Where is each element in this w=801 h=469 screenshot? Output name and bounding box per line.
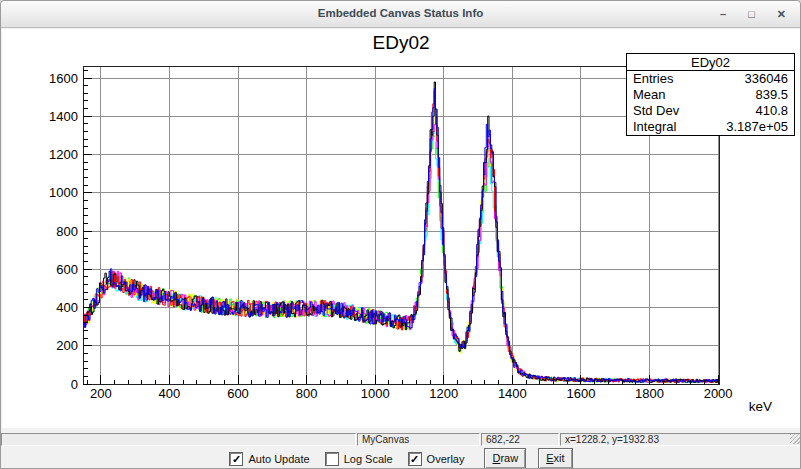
status-segment-canvas-name: MyCanvas <box>357 433 480 446</box>
log-scale-checkbox[interactable]: Log Scale <box>326 453 393 465</box>
x-tick-label: 1400 <box>498 386 527 401</box>
stats-row: Std Dev 410.8 <box>627 103 794 119</box>
stats-row: Entries 336046 <box>627 71 794 87</box>
y-tick-label: 1200 <box>49 147 78 162</box>
x-tick-label: 1200 <box>429 386 458 401</box>
stats-box-title: EDy02 <box>627 54 794 71</box>
y-tick-label: 800 <box>56 224 78 239</box>
overlay-checkbox[interactable]: ✓ Overlay <box>409 453 465 465</box>
maximize-icon[interactable]: □ <box>748 6 755 22</box>
y-tick-label: 1400 <box>49 109 78 124</box>
draw-button[interactable]: Draw <box>484 448 526 469</box>
auto-update-checkbox[interactable]: ✓ Auto Update <box>230 453 309 465</box>
checkbox-icon[interactable] <box>326 453 338 465</box>
stats-row: Integral 3.187e+05 <box>627 119 794 135</box>
canvas-title: EDy02 <box>372 32 429 53</box>
window-title: Embedded Canvas Status Info <box>1 7 800 19</box>
spectrum-magenta[interactable] <box>83 117 720 383</box>
spectrum-red[interactable] <box>83 91 720 383</box>
spectrum-cyan[interactable] <box>83 131 720 383</box>
x-tick-label: 200 <box>90 386 112 401</box>
plot-frame <box>83 66 720 384</box>
x-tick-label: 400 <box>159 386 181 401</box>
status-bar: MyCanvas 682,-22 x=1228.2, y=1932.83 <box>1 433 801 447</box>
root-window: Embedded Canvas Status Info – □ ✕ 200400… <box>0 0 801 469</box>
stats-box[interactable]: EDy02 Entries 336046 Mean 839.5 Std Dev … <box>626 53 795 136</box>
spectrum-blue[interactable] <box>83 89 720 383</box>
stats-label: Std Dev <box>633 103 679 119</box>
x-tick-label: 2000 <box>704 386 733 401</box>
stats-label: Entries <box>633 71 673 87</box>
exit-button[interactable]: Exit <box>538 448 572 469</box>
checkbox-icon[interactable]: ✓ <box>230 453 242 465</box>
embedded-canvas[interactable]: 2004006008001000120014001600180020000200… <box>2 29 801 428</box>
status-segment-empty <box>1 433 356 446</box>
stats-label: Integral <box>633 119 676 135</box>
stats-label: Mean <box>633 87 666 103</box>
x-tick-label: 800 <box>296 386 318 401</box>
y-tick-label: 0 <box>71 377 78 392</box>
status-segment-event-coords: 682,-22 <box>481 433 559 446</box>
x-tick-label: 1600 <box>566 386 595 401</box>
minimize-icon[interactable]: – <box>720 6 726 22</box>
x-tick-label: 1800 <box>635 386 664 401</box>
x-tick-label: 600 <box>227 386 249 401</box>
y-tick-label: 200 <box>56 338 78 353</box>
stats-value: 410.8 <box>755 103 788 119</box>
y-tick-label: 600 <box>56 262 78 277</box>
x-axis-title: keV <box>749 399 772 414</box>
stats-value: 839.5 <box>755 87 788 103</box>
stats-value: 3.187e+05 <box>726 119 788 135</box>
spectrum-yellow[interactable] <box>83 110 720 383</box>
status-segment-axis-coords: x=1228.2, y=1932.83 <box>560 433 801 446</box>
spectrum-black[interactable] <box>83 82 720 383</box>
y-tick-label: 1000 <box>49 185 78 200</box>
resize-grip-icon[interactable] <box>790 434 800 444</box>
x-tick-label: 1000 <box>361 386 390 401</box>
y-tick-label: 400 <box>56 300 78 315</box>
stats-row: Mean 839.5 <box>627 87 794 103</box>
y-tick-label: 1600 <box>49 71 78 86</box>
close-icon[interactable]: ✕ <box>777 6 786 22</box>
title-bar[interactable]: Embedded Canvas Status Info – □ ✕ <box>1 1 800 28</box>
control-bar: ✓ Auto Update Log Scale ✓ Overlay Draw E… <box>1 447 801 469</box>
stats-value: 336046 <box>745 71 788 87</box>
checkbox-icon[interactable]: ✓ <box>409 453 421 465</box>
